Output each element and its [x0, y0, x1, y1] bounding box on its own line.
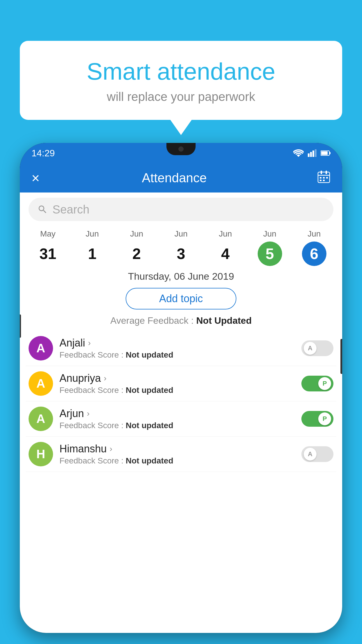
battery-icon — [321, 150, 331, 156]
search-icon — [37, 204, 48, 215]
calendar-day[interactable]: Jun6 — [292, 229, 336, 266]
attendance-toggle[interactable]: A — [301, 340, 333, 356]
calendar-strip: May31Jun1Jun2Jun3Jun4Jun5Jun6 — [20, 226, 342, 268]
svg-rect-14 — [320, 180, 321, 181]
student-name: Anupriya › — [59, 372, 295, 384]
volume-button — [20, 314, 21, 338]
search-placeholder: Search — [52, 203, 89, 216]
bubble-subtitle: will replace your paperwork — [37, 90, 325, 104]
feedback-score: Feedback Score : Not updated — [59, 350, 295, 360]
feedback-score: Feedback Score : Not updated — [59, 456, 295, 466]
selected-date-label: Thursday, 06 June 2019 — [20, 268, 342, 284]
power-button — [340, 339, 342, 374]
calendar-day[interactable]: Jun2 — [115, 229, 159, 266]
attendance-toggle[interactable]: P — [301, 411, 333, 427]
feedback-score: Feedback Score : Not updated — [59, 421, 295, 430]
avatar: A — [29, 371, 53, 396]
bubble-title: Smart attendance — [37, 58, 325, 85]
avatar: H — [29, 442, 53, 466]
app-header: × Attendance — [20, 163, 342, 192]
student-name: Anjali › — [59, 337, 295, 349]
avatar: A — [29, 336, 53, 360]
search-bar-wrapper: Search — [20, 192, 342, 226]
svg-rect-1 — [310, 152, 312, 157]
svg-rect-9 — [321, 171, 322, 174]
svg-rect-6 — [329, 152, 331, 154]
svg-rect-12 — [323, 177, 325, 178]
svg-rect-10 — [326, 171, 327, 174]
svg-rect-0 — [308, 153, 310, 157]
phone-frame: 14:29 × Attendance — [20, 143, 342, 633]
student-name: Arjun › — [59, 407, 295, 420]
svg-rect-5 — [321, 151, 328, 155]
calendar-day[interactable]: Jun5 — [247, 229, 292, 266]
student-name: Himanshu › — [59, 443, 295, 455]
camera — [178, 146, 184, 152]
app-content: Search May31Jun1Jun2Jun3Jun4Jun5Jun6 Thu… — [20, 192, 342, 633]
student-row[interactable]: HHimanshu ›Feedback Score : Not updatedA — [26, 437, 336, 472]
student-row[interactable]: AArjun ›Feedback Score : Not updatedP — [26, 401, 336, 437]
svg-rect-11 — [320, 177, 321, 178]
student-list: AAnjali ›Feedback Score : Not updatedAAA… — [20, 331, 342, 472]
signal-icon — [308, 149, 317, 157]
attendance-toggle[interactable]: P — [301, 376, 333, 391]
close-button[interactable]: × — [31, 170, 49, 186]
svg-rect-3 — [315, 149, 317, 157]
header-title: Attendance — [49, 171, 300, 185]
calendar-day[interactable]: Jun4 — [203, 229, 247, 266]
student-info: Arjun ›Feedback Score : Not updated — [59, 407, 295, 430]
speech-bubble: Smart attendance will replace your paper… — [20, 41, 342, 120]
status-time: 14:29 — [31, 148, 55, 159]
add-topic-button[interactable]: Add topic — [126, 288, 236, 309]
student-row[interactable]: AAnupriya ›Feedback Score : Not updatedP — [26, 366, 336, 401]
status-icons — [293, 149, 331, 157]
calendar-day[interactable]: May31 — [26, 229, 70, 266]
attendance-toggle[interactable]: A — [301, 446, 333, 462]
avg-feedback: Average Feedback : Not Updated — [20, 314, 342, 331]
svg-rect-13 — [326, 177, 328, 178]
svg-rect-15 — [323, 180, 325, 181]
student-info: Anupriya ›Feedback Score : Not updated — [59, 372, 295, 395]
search-bar[interactable]: Search — [29, 198, 333, 221]
svg-rect-2 — [312, 150, 314, 157]
calendar-icon[interactable] — [317, 170, 331, 186]
feedback-score: Feedback Score : Not updated — [59, 386, 295, 395]
avatar: A — [29, 407, 53, 431]
status-bar: 14:29 — [20, 143, 342, 163]
student-info: Anjali ›Feedback Score : Not updated — [59, 337, 295, 360]
wifi-icon — [293, 149, 304, 157]
student-row[interactable]: AAnjali ›Feedback Score : Not updatedA — [26, 331, 336, 366]
student-info: Himanshu ›Feedback Score : Not updated — [59, 443, 295, 466]
notch — [166, 143, 196, 155]
speech-bubble-wrapper: Smart attendance will replace your paper… — [20, 41, 342, 120]
calendar-day[interactable]: Jun1 — [70, 229, 114, 266]
calendar-day[interactable]: Jun3 — [159, 229, 203, 266]
